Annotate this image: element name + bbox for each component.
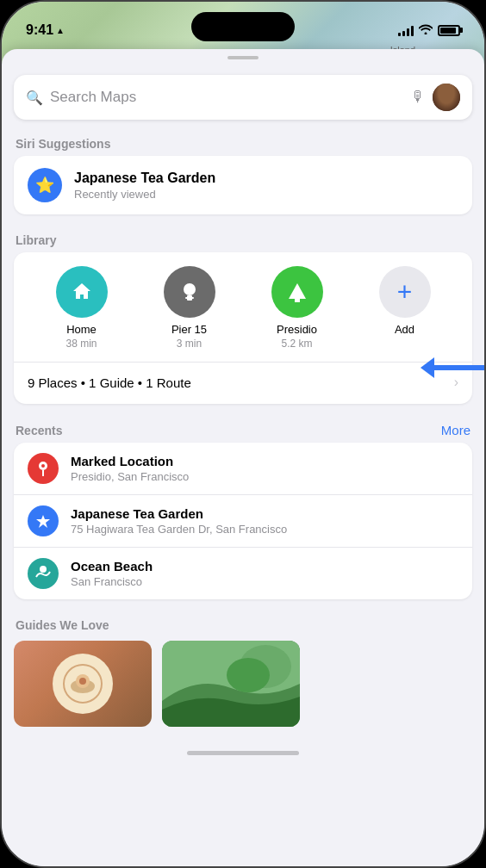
blue-arrow-indicator bbox=[421, 357, 484, 378]
siri-suggestion-name: Japanese Tea Garden bbox=[74, 170, 215, 186]
siri-suggestion-info: Japanese Tea Garden Recently viewed bbox=[74, 170, 215, 201]
marked-location-info: Marked Location Presidio, San Francisco bbox=[71, 454, 189, 483]
food-plate bbox=[53, 654, 113, 714]
library-item-pier-name: Pier 15 bbox=[171, 323, 207, 336]
wifi-icon bbox=[419, 23, 433, 37]
home-indicator-area bbox=[2, 744, 484, 769]
search-input[interactable]: Search Maps bbox=[50, 89, 404, 106]
svg-marker-7 bbox=[36, 515, 50, 528]
status-time: 9:41 ▲ bbox=[26, 22, 65, 38]
arrow-pointer bbox=[421, 357, 434, 378]
search-icon: 🔍 bbox=[26, 90, 43, 106]
more-button[interactable]: More bbox=[441, 423, 470, 437]
presidio-icon bbox=[271, 266, 323, 318]
library-item-home[interactable]: Home 38 min bbox=[47, 266, 116, 350]
guide-card-nature[interactable] bbox=[162, 641, 300, 727]
recent-item-tea-garden[interactable]: Japanese Tea Garden 75 Hagiwara Tea Gard… bbox=[14, 494, 472, 547]
marked-location-sub: Presidio, San Francisco bbox=[71, 470, 189, 483]
dynamic-island bbox=[191, 12, 295, 41]
library-item-presidio-name: Presidio bbox=[277, 323, 317, 336]
home-indicator bbox=[187, 751, 299, 755]
recent-item-ocean-beach[interactable]: Ocean Beach San Francisco bbox=[14, 547, 472, 599]
tea-garden-info: Japanese Tea Garden 75 Hagiwara Tea Gard… bbox=[71, 506, 287, 536]
library-item-add[interactable]: + Add bbox=[371, 266, 439, 350]
library-item-home-name: Home bbox=[66, 323, 97, 336]
ocean-beach-info: Ocean Beach San Francisco bbox=[71, 559, 153, 588]
svg-rect-4 bbox=[295, 299, 300, 302]
library-item-add-sub bbox=[403, 338, 406, 350]
recents-label: Recents bbox=[16, 424, 62, 437]
svg-point-0 bbox=[184, 283, 196, 295]
svg-point-12 bbox=[79, 678, 86, 685]
siri-suggestions-label: Siri Suggestions bbox=[2, 130, 484, 156]
svg-marker-3 bbox=[289, 283, 306, 299]
home-icon bbox=[56, 266, 108, 318]
siri-suggestion-icon: ⭐ bbox=[28, 168, 62, 202]
library-card: Home 38 min Pier 15 3 min bbox=[14, 252, 472, 404]
recent-item-marked-location[interactable]: Marked Location Presidio, San Francisco bbox=[14, 443, 472, 494]
phone-frame: Sausalito Island 9:41 ▲ bbox=[0, 0, 486, 868]
ocean-beach-name: Ocean Beach bbox=[71, 559, 153, 574]
library-item-pier[interactable]: Pier 15 3 min bbox=[155, 266, 224, 350]
library-footer[interactable]: 9 Places • 1 Guide • 1 Route › bbox=[28, 363, 458, 390]
library-item-home-sub: 38 min bbox=[65, 338, 97, 350]
search-bar[interactable]: 🔍 Search Maps 🎙 bbox=[14, 75, 472, 120]
search-bar-container: 🔍 Search Maps 🎙 bbox=[2, 68, 484, 130]
svg-point-15 bbox=[227, 658, 270, 692]
svg-point-8 bbox=[40, 566, 47, 573]
guide-card-food[interactable] bbox=[14, 641, 152, 727]
scroll-panel[interactable]: 🔍 Search Maps 🎙 Siri Suggestions ⭐ Japan… bbox=[2, 49, 484, 866]
siri-suggestion-item[interactable]: ⭐ Japanese Tea Garden Recently viewed bbox=[14, 156, 472, 214]
guides-we-love-label: Guides We Love bbox=[2, 611, 484, 641]
scroll-handle bbox=[227, 56, 259, 59]
signal-bars-icon bbox=[398, 24, 414, 36]
siri-suggestion-sub: Recently viewed bbox=[74, 188, 215, 201]
recents-card: Marked Location Presidio, San Francisco … bbox=[14, 443, 472, 599]
svg-point-6 bbox=[41, 464, 45, 468]
library-item-pier-sub: 3 min bbox=[177, 338, 202, 350]
library-item-presidio-sub: 5.2 km bbox=[281, 338, 312, 350]
library-icons-row: Home 38 min Pier 15 3 min bbox=[28, 266, 458, 350]
marked-location-icon bbox=[28, 453, 59, 484]
svg-rect-2 bbox=[185, 297, 194, 299]
library-item-presidio[interactable]: Presidio 5.2 km bbox=[263, 266, 332, 350]
location-arrow-icon: ▲ bbox=[56, 26, 65, 35]
add-icon: + bbox=[379, 266, 431, 318]
avatar[interactable] bbox=[433, 84, 460, 111]
status-icons bbox=[398, 23, 460, 37]
arrow-shaft bbox=[434, 365, 484, 370]
mic-icon[interactable]: 🎙 bbox=[411, 89, 426, 106]
marked-location-name: Marked Location bbox=[71, 454, 189, 468]
library-footer-text: 9 Places • 1 Guide • 1 Route bbox=[28, 375, 191, 390]
ocean-beach-icon bbox=[28, 558, 59, 589]
ocean-beach-sub: San Francisco bbox=[71, 575, 153, 588]
tea-garden-sub: 75 Hagiwara Tea Garden Dr, San Francisco bbox=[71, 523, 287, 536]
pier-icon bbox=[164, 266, 215, 318]
library-label: Library bbox=[2, 226, 484, 252]
recents-header: Recents More bbox=[2, 416, 484, 443]
tea-garden-name: Japanese Tea Garden bbox=[71, 506, 287, 521]
guides-cards-row bbox=[2, 641, 484, 744]
battery-icon bbox=[438, 25, 460, 36]
library-item-add-name: Add bbox=[395, 323, 414, 336]
tea-garden-icon bbox=[28, 505, 59, 536]
